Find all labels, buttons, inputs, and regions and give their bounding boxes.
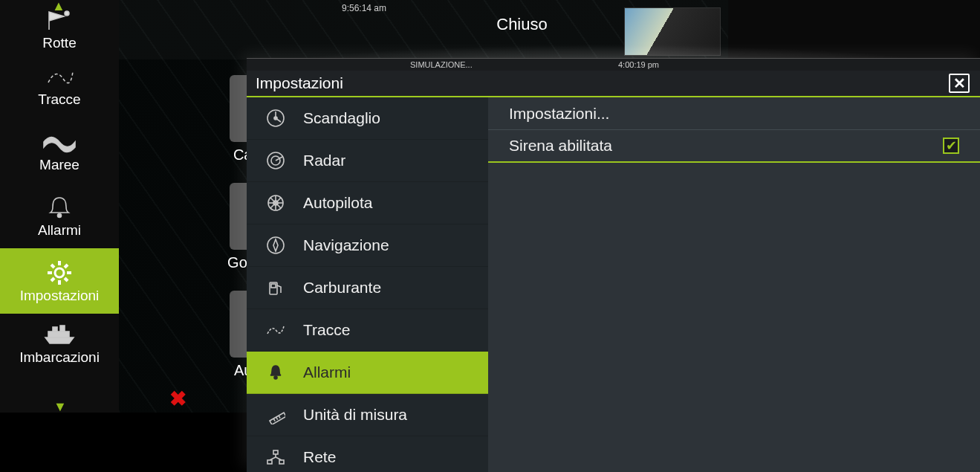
sidebar-item-label: Imbarcazioni bbox=[19, 349, 100, 366]
page-closed-label: Chiuso bbox=[472, 15, 572, 34]
dialog-title: Impostazioni bbox=[256, 74, 343, 92]
simulation-label: SIMULAZIONE... bbox=[410, 60, 473, 69]
svg-line-31 bbox=[279, 416, 280, 418]
ship-icon bbox=[42, 320, 77, 349]
close-red-icon[interactable]: ✖ bbox=[169, 387, 186, 411]
sidebar-scroll-down-icon[interactable]: ▼ bbox=[53, 399, 67, 415]
wave-icon bbox=[42, 127, 77, 157]
sidebar-item-label: Impostazioni bbox=[20, 288, 100, 304]
svg-rect-33 bbox=[267, 460, 272, 464]
close-button[interactable]: ✕ bbox=[949, 74, 970, 93]
settings-nav-label: Scandaglio bbox=[303, 109, 380, 127]
sidebar-item-label: Allarmi bbox=[38, 222, 81, 239]
settings-nav-label: Autopilota bbox=[303, 194, 372, 212]
dialog-header: Impostazioni ✕ bbox=[247, 71, 980, 97]
svg-rect-11 bbox=[48, 332, 69, 337]
network-icon bbox=[265, 449, 287, 465]
sidebar-item-label: Maree bbox=[39, 157, 79, 173]
svg-rect-32 bbox=[273, 450, 278, 454]
sidebar-item-label: Rotte bbox=[42, 35, 76, 51]
fuel-icon bbox=[265, 278, 287, 297]
settings-row-label: Impostazioni... bbox=[509, 105, 609, 123]
svg-line-29 bbox=[273, 418, 275, 421]
dialog-status-bar: SIMULAZIONE... 4:00:19 pm bbox=[247, 59, 980, 71]
sonar-icon bbox=[265, 109, 287, 128]
wheel-icon bbox=[265, 193, 287, 213]
svg-point-0 bbox=[65, 11, 69, 16]
flag-route-icon bbox=[45, 5, 74, 35]
svg-rect-34 bbox=[279, 460, 284, 464]
sidebar-item-rotte[interactable]: Rotte bbox=[0, 0, 119, 52]
settings-nav-carburante[interactable]: Carburante bbox=[247, 267, 488, 309]
ruler-icon bbox=[265, 405, 287, 424]
svg-line-7 bbox=[51, 265, 54, 268]
tracks-icon bbox=[265, 323, 287, 337]
settings-nav-label: Allarmi bbox=[303, 363, 351, 381]
sidebar-item-label: Tracce bbox=[38, 91, 80, 108]
settings-nav-label: Navigazione bbox=[303, 236, 389, 254]
settings-nav-allarmi[interactable]: Allarmi bbox=[247, 352, 488, 394]
settings-nav-label: Rete bbox=[303, 448, 336, 466]
settings-row-siren[interactable]: Sirena abilitata bbox=[488, 130, 980, 163]
settings-nav-autopilota[interactable]: Autopilota bbox=[247, 182, 488, 224]
svg-line-9 bbox=[65, 265, 68, 268]
tracks-icon bbox=[45, 62, 74, 91]
svg-point-1 bbox=[58, 214, 62, 218]
settings-nav-unita[interactable]: Unità di misura bbox=[247, 394, 488, 436]
clock-top: 9:56:14 am bbox=[342, 3, 386, 13]
sidebar-item-tracce[interactable]: Tracce bbox=[0, 52, 119, 117]
svg-line-8 bbox=[65, 278, 68, 281]
sidebar-item-impostazioni[interactable]: Impostazioni bbox=[0, 248, 119, 314]
main-sidebar: ▲ Rotte Tracce Maree Allarmi Impostazion… bbox=[0, 0, 119, 413]
bell-icon bbox=[47, 193, 72, 222]
settings-nav-tracce[interactable]: Tracce bbox=[247, 309, 488, 352]
svg-line-30 bbox=[276, 417, 278, 419]
svg-line-10 bbox=[51, 278, 54, 281]
svg-rect-12 bbox=[53, 327, 57, 332]
settings-nav-navigazione[interactable]: Navigazione bbox=[247, 224, 488, 267]
gear-icon bbox=[45, 258, 74, 288]
svg-rect-13 bbox=[60, 326, 65, 332]
svg-rect-26 bbox=[271, 284, 276, 288]
svg-point-2 bbox=[55, 268, 64, 277]
settings-nav-label: Radar bbox=[303, 152, 345, 169]
radar-icon bbox=[265, 151, 287, 170]
settings-dialog: SIMULAZIONE... 4:00:19 pm Impostazioni ✕… bbox=[247, 58, 980, 472]
svg-point-27 bbox=[274, 376, 277, 379]
settings-nav-label: Carburante bbox=[303, 279, 381, 297]
clock-dialog: 4:00:19 pm bbox=[618, 60, 659, 69]
settings-nav-rete[interactable]: Rete bbox=[247, 436, 488, 472]
settings-nav-radar[interactable]: Radar bbox=[247, 140, 488, 182]
dialog-body: Scandaglio Radar Autopilota Navigazione bbox=[247, 97, 980, 472]
siren-checkbox[interactable] bbox=[943, 138, 959, 154]
sidebar-item-allarmi[interactable]: Allarmi bbox=[0, 183, 119, 248]
settings-row-label: Sirena abilitata bbox=[509, 137, 612, 155]
compass-icon bbox=[265, 236, 287, 255]
settings-row-more[interactable]: Impostazioni... bbox=[488, 97, 980, 130]
sidebar-item-maree[interactable]: Maree bbox=[0, 117, 119, 183]
close-icon: ✕ bbox=[953, 76, 966, 91]
settings-nav-label: Tracce bbox=[303, 321, 350, 339]
svg-point-15 bbox=[274, 117, 277, 120]
settings-nav-label: Unità di misura bbox=[303, 406, 407, 424]
settings-nav-scandaglio[interactable]: Scandaglio bbox=[247, 97, 488, 140]
settings-nav: Scandaglio Radar Autopilota Navigazione bbox=[247, 97, 488, 472]
bell-icon bbox=[265, 363, 287, 381]
settings-content: Impostazioni... Sirena abilitata bbox=[488, 97, 980, 472]
sidebar-item-imbarcazioni[interactable]: Imbarcazioni bbox=[0, 314, 119, 372]
